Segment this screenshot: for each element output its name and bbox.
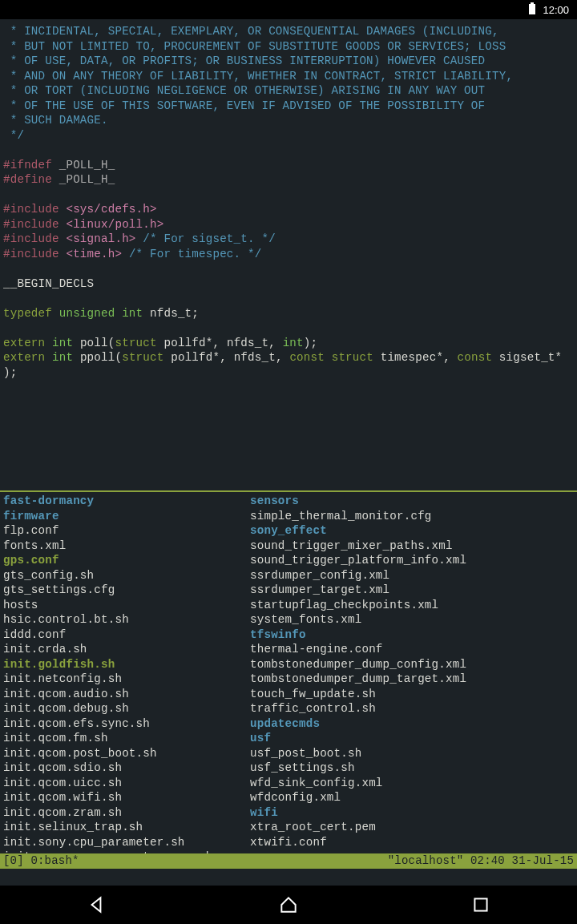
home-button[interactable] (269, 886, 308, 924)
source-code: * INCIDENTAL, SPECIAL, EXEMPLARY, OR CON… (3, 24, 574, 380)
clock: 12:00 (543, 4, 569, 16)
ls-column-2: sensors simple_thermal_monitor.cfg sony_… (250, 494, 497, 865)
battery-icon (528, 2, 536, 18)
shell-pane[interactable]: fast-dormancy firmware flp.conf fonts.xm… (0, 492, 577, 869)
ls-column-1: fast-dormancy firmware flp.conf fonts.xm… (3, 494, 250, 865)
android-nav-bar (0, 886, 577, 924)
terminal[interactable]: * INCIDENTAL, SPECIAL, EXEMPLARY, OR CON… (0, 19, 577, 886)
android-status-bar: 12:00 (0, 0, 577, 19)
back-button[interactable] (77, 886, 115, 924)
ls-output: fast-dormancy firmware flp.conf fonts.xm… (3, 494, 574, 865)
svg-rect-0 (474, 898, 486, 910)
tmux-status-bar[interactable]: [0] 0:bash* "localhost" 02:40 31-Jul-15 (0, 853, 577, 869)
tmux-status-right: "localhost" 02:40 31-Jul-15 (388, 853, 574, 869)
editor-pane[interactable]: * INCIDENTAL, SPECIAL, EXEMPLARY, OR CON… (0, 19, 577, 490)
recents-button[interactable] (462, 886, 500, 924)
tmux-window-list[interactable]: [0] 0:bash* (3, 853, 79, 869)
